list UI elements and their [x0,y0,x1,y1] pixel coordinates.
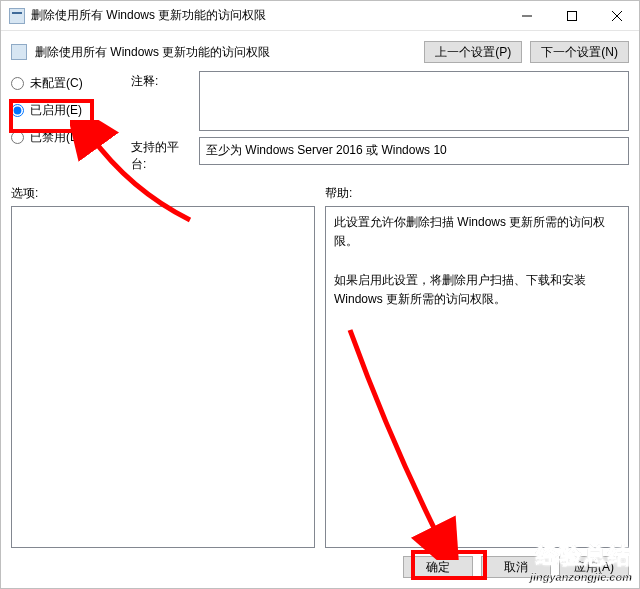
radio-disabled[interactable]: 已禁用(D) [11,129,121,146]
help-box[interactable]: 此设置允许你删除扫描 Windows 更新所需的访问权限。 如果启用此设置，将删… [325,206,629,548]
radio-group: 未配置(C) 已启用(E) 已禁用(D) [11,71,121,173]
ok-button[interactable]: 确定 [403,556,473,578]
nav-buttons: 上一个设置(P) 下一个设置(N) [424,41,629,63]
minimize-button[interactable] [504,1,549,30]
app-icon [9,8,25,24]
platform-text: 至少为 Windows Server 2016 或 Windows 10 [199,137,629,165]
titlebar: 删除使用所有 Windows 更新功能的访问权限 [1,1,639,31]
svg-rect-0 [567,11,576,20]
comments-row: 注释: [131,71,629,131]
apply-button[interactable]: 应用(A) [559,556,629,578]
maximize-button[interactable] [549,1,594,30]
radio-enabled[interactable]: 已启用(E) [11,102,121,119]
window-controls [504,1,639,30]
options-column: 选项: [11,185,315,548]
policy-icon [11,44,27,60]
comments-textarea[interactable] [199,71,629,131]
radio-disabled-input[interactable] [11,131,24,144]
help-column: 帮助: 此设置允许你删除扫描 Windows 更新所需的访问权限。 如果启用此设… [325,185,629,548]
platform-row: 支持的平台: 至少为 Windows Server 2016 或 Windows… [131,137,629,173]
dialog-content: 删除使用所有 Windows 更新功能的访问权限 上一个设置(P) 下一个设置(… [1,31,639,588]
dialog-window: 删除使用所有 Windows 更新功能的访问权限 删除使用所有 Windows … [0,0,640,589]
radio-enabled-input[interactable] [11,104,24,117]
help-paragraph-1: 此设置允许你删除扫描 Windows 更新所需的访问权限。 [334,213,620,251]
help-label: 帮助: [325,185,629,202]
fields: 注释: 支持的平台: 至少为 Windows Server 2016 或 Win… [131,71,629,173]
window-title: 删除使用所有 Windows 更新功能的访问权限 [31,7,504,24]
two-column-area: 选项: 帮助: 此设置允许你删除扫描 Windows 更新所需的访问权限。 如果… [11,185,629,548]
options-box[interactable] [11,206,315,548]
close-button[interactable] [594,1,639,30]
radio-not-configured-label: 未配置(C) [30,75,83,92]
previous-setting-button[interactable]: 上一个设置(P) [424,41,522,63]
policy-title: 删除使用所有 Windows 更新功能的访问权限 [35,44,424,61]
radio-enabled-label: 已启用(E) [30,102,82,119]
header-row: 删除使用所有 Windows 更新功能的访问权限 上一个设置(P) 下一个设置(… [11,37,629,71]
radio-not-configured[interactable]: 未配置(C) [11,75,121,92]
platform-label: 支持的平台: [131,137,193,173]
next-setting-button[interactable]: 下一个设置(N) [530,41,629,63]
radio-disabled-label: 已禁用(D) [30,129,83,146]
comments-label: 注释: [131,71,193,131]
dialog-footer: 确定 取消 应用(A) [11,548,629,578]
config-area: 未配置(C) 已启用(E) 已禁用(D) 注释: 支持的平台: [11,71,629,173]
cancel-button[interactable]: 取消 [481,556,551,578]
options-label: 选项: [11,185,315,202]
help-paragraph-2: 如果启用此设置，将删除用户扫描、下载和安装 Windows 更新所需的访问权限。 [334,271,620,309]
radio-not-configured-input[interactable] [11,77,24,90]
